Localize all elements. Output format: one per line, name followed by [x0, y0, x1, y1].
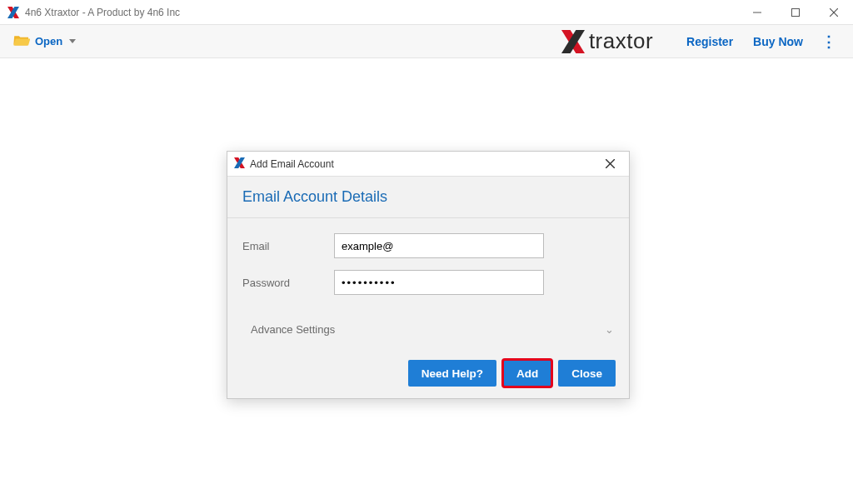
window-title: 4n6 Xtraxtor - A Product by 4n6 Inc	[25, 7, 180, 18]
dialog-header: Email Account Details	[227, 177, 629, 218]
advance-settings-label: Advance Settings	[251, 323, 335, 336]
add-button[interactable]: Add	[503, 360, 551, 387]
chevron-down-icon: ⌄	[605, 323, 614, 336]
dialog-close-button[interactable]	[597, 152, 622, 177]
add-email-account-dialog: Add Email Account Email Account Details …	[227, 151, 630, 399]
open-dropdown[interactable]: Open	[8, 30, 81, 52]
register-button[interactable]: Register	[676, 30, 743, 53]
window-titlebar: 4n6 Xtraxtor - A Product by 4n6 Inc	[0, 0, 853, 25]
svg-rect-3	[792, 8, 800, 16]
dialog-title: Add Email Account	[250, 158, 334, 170]
brand-text: traxtor	[589, 28, 653, 54]
dialog-titlebar: Add Email Account	[227, 152, 629, 177]
password-row: Password	[242, 270, 614, 295]
app-icon	[234, 157, 245, 171]
close-button[interactable]: Close	[558, 360, 616, 387]
need-help-button[interactable]: Need Help?	[408, 360, 496, 387]
folder-icon	[13, 33, 30, 49]
app-icon	[7, 6, 20, 19]
brand-logo: traxtor	[561, 28, 653, 54]
more-menu-button[interactable]: ⋮	[813, 27, 845, 56]
minimize-button[interactable]	[738, 0, 776, 25]
dialog-footer: Need Help? Add Close	[408, 360, 616, 387]
email-label: Email	[242, 240, 334, 252]
main-toolbar: Open traxtor Register Buy Now ⋮	[0, 25, 853, 58]
open-label: Open	[35, 35, 62, 47]
email-field[interactable]	[334, 233, 544, 258]
password-field[interactable]	[334, 270, 544, 295]
password-label: Password	[242, 277, 334, 289]
maximize-button[interactable]	[776, 0, 815, 25]
email-row: Email	[242, 233, 614, 258]
dialog-body: Email Password	[227, 218, 629, 313]
chevron-down-icon	[69, 39, 76, 43]
buy-now-button[interactable]: Buy Now	[743, 30, 813, 53]
advance-settings-toggle[interactable]: Advance Settings ⌄	[227, 313, 629, 336]
close-window-button[interactable]	[815, 0, 853, 25]
